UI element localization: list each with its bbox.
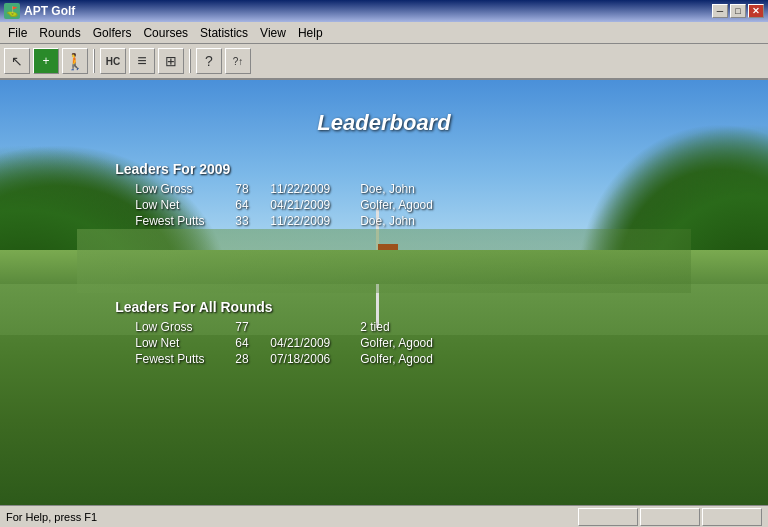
fewest-putts-all-name: Golfer, Agood [360,352,480,366]
fewest-putts-all-date: 07/18/2006 [270,352,360,366]
table-row: Low Gross 77 2 tied [115,319,653,335]
fewest-putts-2009-name: Doe, John [360,214,480,228]
minimize-button[interactable]: ─ [712,4,728,18]
fewest-putts-2009-date: 11/22/2009 [270,214,360,228]
help-button[interactable]: ? [196,48,222,74]
low-net-2009-label: Low Net [135,198,235,212]
app-title: APT Golf [24,4,712,18]
leaders-all-section: Leaders For All Rounds Low Gross 77 2 ti… [115,299,653,367]
menu-help[interactable]: Help [292,24,329,42]
maximize-button[interactable]: □ [730,4,746,18]
low-gross-all-name: 2 tied [360,320,480,334]
table-row: Low Net 64 04/21/2009 Golfer, Agood [115,335,653,351]
leaders-all-title: Leaders For All Rounds [115,299,653,315]
table-row: Fewest Putts 33 11/22/2009 Doe, John [115,213,653,229]
status-text: For Help, press F1 [6,511,578,523]
leaderboard-overlay: Leaderboard Leaders For 2009 Low Gross 7… [0,80,768,505]
low-net-all-name: Golfer, Agood [360,336,480,350]
window-controls: ─ □ ✕ [712,4,764,18]
toolbar: ↖ + 🚶 HC ≡ ⊞ ? ?↑ [0,44,768,80]
toolbar-separator-2 [189,49,191,73]
grid-button[interactable]: ⊞ [158,48,184,74]
cursor-tool-button[interactable]: ↖ [4,48,30,74]
low-net-all-date: 04/21/2009 [270,336,360,350]
low-net-2009-date: 04/21/2009 [270,198,360,212]
app-icon: ⛳ [4,3,20,19]
low-gross-2009-name: Doe, John [360,182,480,196]
low-gross-all-label: Low Gross [135,320,235,334]
menu-bar: File Rounds Golfers Courses Statistics V… [0,22,768,44]
fewest-putts-2009-score: 33 [235,214,270,228]
fewest-putts-all-label: Fewest Putts [135,352,235,366]
status-panel-2 [640,508,700,526]
golfer-button[interactable]: 🚶 [62,48,88,74]
whats-this-button[interactable]: ?↑ [225,48,251,74]
handicap-button[interactable]: HC [100,48,126,74]
menu-statistics[interactable]: Statistics [194,24,254,42]
table-row: Low Net 64 04/21/2009 Golfer, Agood [115,197,653,213]
list-button[interactable]: ≡ [129,48,155,74]
low-gross-2009-score: 78 [235,182,270,196]
low-gross-2009-date: 11/22/2009 [270,182,360,196]
low-gross-2009-label: Low Gross [135,182,235,196]
status-panel-3 [702,508,762,526]
menu-view[interactable]: View [254,24,292,42]
close-button[interactable]: ✕ [748,4,764,18]
status-bar: For Help, press F1 [0,505,768,527]
menu-rounds[interactable]: Rounds [33,24,86,42]
status-panels [578,508,762,526]
title-bar: ⛳ APT Golf ─ □ ✕ [0,0,768,22]
main-content: Leaderboard Leaders For 2009 Low Gross 7… [0,80,768,505]
table-row: Low Gross 78 11/22/2009 Doe, John [115,181,653,197]
fewest-putts-all-score: 28 [235,352,270,366]
menu-golfers[interactable]: Golfers [87,24,138,42]
low-net-all-score: 64 [235,336,270,350]
menu-courses[interactable]: Courses [137,24,194,42]
status-panel-1 [578,508,638,526]
add-round-button[interactable]: + [33,48,59,74]
table-row: Fewest Putts 28 07/18/2006 Golfer, Agood [115,351,653,367]
low-net-2009-name: Golfer, Agood [360,198,480,212]
toolbar-separator-1 [93,49,95,73]
leaderboard-title: Leaderboard [317,110,450,136]
low-net-2009-score: 64 [235,198,270,212]
low-gross-all-score: 77 [235,320,270,334]
menu-file[interactable]: File [2,24,33,42]
leaders-2009-title: Leaders For 2009 [115,161,653,177]
fewest-putts-2009-label: Fewest Putts [135,214,235,228]
low-net-all-label: Low Net [135,336,235,350]
leaders-2009-section: Leaders For 2009 Low Gross 78 11/22/2009… [115,161,653,229]
